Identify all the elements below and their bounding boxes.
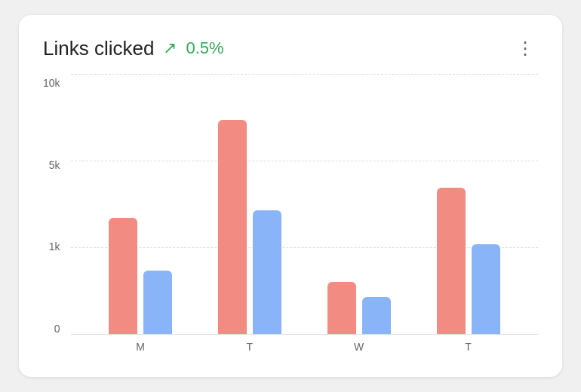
bars-T1 [218, 120, 281, 335]
bars-container [71, 74, 538, 335]
more-options-button[interactable]: ⋮ [513, 36, 538, 60]
bar-W-blue [362, 297, 391, 335]
bar-group-T2 [437, 188, 500, 335]
x-label-M: M [109, 341, 172, 353]
percent-badge: 0.5% [186, 38, 223, 58]
bar-group-W [327, 282, 391, 335]
trend-up-icon: ↗ [163, 40, 177, 57]
y-label-5k: 5k [49, 159, 60, 171]
links-clicked-card: Links clicked ↗ 0.5% ⋮ 10k 5k 1k 0 [19, 15, 562, 377]
chart-body: M T W T [71, 74, 538, 359]
y-label-10k: 10k [43, 77, 60, 89]
x-axis: M T W T [71, 335, 538, 359]
bar-T1-pink [218, 120, 247, 335]
bar-W-pink [327, 282, 356, 335]
y-label-1k: 1k [49, 240, 60, 253]
bars-W [327, 282, 391, 335]
bar-M-blue [143, 271, 172, 335]
bars-M [109, 218, 172, 335]
bar-T2-pink [437, 188, 466, 335]
x-label-T2: T [437, 341, 500, 353]
bar-group-M [109, 218, 172, 335]
bar-T1-blue [253, 210, 281, 335]
x-label-W: W [327, 341, 391, 353]
bar-group-T1 [218, 120, 281, 335]
header-left: Links clicked ↗ 0.5% [43, 37, 224, 60]
bars-T2 [437, 188, 500, 335]
x-label-T1: T [218, 341, 281, 353]
card-title: Links clicked [43, 37, 154, 60]
y-label-0: 0 [54, 323, 60, 335]
chart-area: 10k 5k 1k 0 [43, 74, 538, 359]
y-axis: 10k 5k 1k 0 [43, 74, 71, 359]
card-header: Links clicked ↗ 0.5% ⋮ [43, 36, 538, 60]
bar-T2-blue [472, 244, 500, 335]
bar-M-pink [109, 218, 137, 335]
